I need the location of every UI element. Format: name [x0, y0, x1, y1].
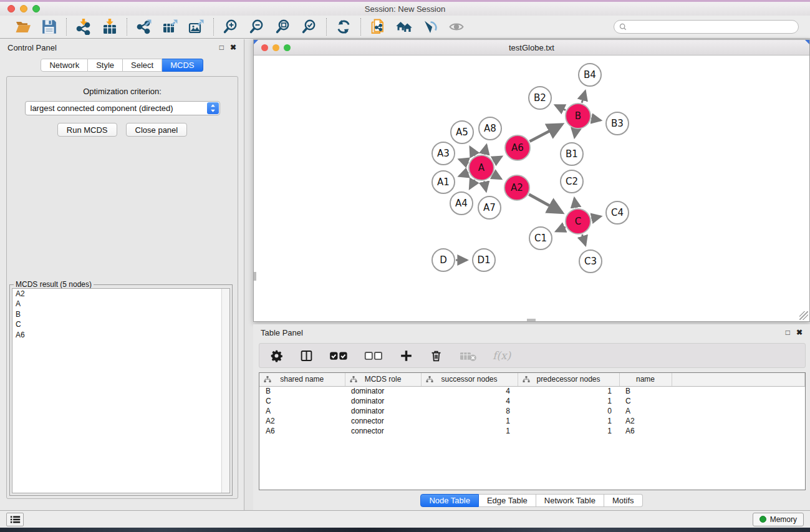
- table-cell[interactable]: dominator: [345, 406, 421, 416]
- deselect-all-rows-icon[interactable]: [364, 348, 383, 363]
- mcds-result-item[interactable]: C: [12, 320, 229, 331]
- graph-edge-B-B3[interactable]: [592, 118, 601, 120]
- column-header-successor-nodes[interactable]: successor nodes: [421, 373, 518, 386]
- table-cell[interactable]: A6: [259, 426, 345, 436]
- table-cell[interactable]: 1: [518, 386, 619, 396]
- zoom-in-icon[interactable]: [222, 18, 239, 36]
- table-cell[interactable]: 1: [518, 396, 619, 406]
- graph-edge-A-A3[interactable]: [459, 160, 468, 163]
- tab-style[interactable]: Style: [88, 59, 123, 72]
- graph-node-A4[interactable]: A4: [450, 191, 473, 215]
- mcds-result-item[interactable]: A: [12, 299, 229, 310]
- import-table-icon[interactable]: [101, 18, 118, 36]
- table-cell[interactable]: 0: [518, 406, 619, 416]
- graph-edge-B-B1[interactable]: [574, 130, 576, 138]
- graph-edge-A-A2[interactable]: [493, 175, 501, 179]
- mcds-result-item[interactable]: B: [12, 309, 229, 320]
- graph-node-B2[interactable]: B2: [528, 86, 552, 110]
- table-cell[interactable]: dominator: [345, 386, 421, 396]
- criterion-select[interactable]: largest connected component (directed): [25, 101, 220, 115]
- table-cell[interactable]: A: [619, 406, 672, 416]
- zoom-out-icon[interactable]: [248, 18, 266, 36]
- tab-network-table[interactable]: Network Table: [536, 494, 604, 507]
- tab-node-table[interactable]: Node Table: [420, 494, 479, 507]
- tab-edge-table[interactable]: Edge Table: [479, 494, 536, 507]
- graph-node-C2[interactable]: C2: [560, 170, 584, 193]
- graph-node-A5[interactable]: A5: [450, 120, 474, 144]
- table-cell[interactable]: 4: [421, 396, 518, 406]
- table-cell[interactable]: 1: [421, 426, 518, 436]
- graph-node-A3[interactable]: A3: [432, 142, 455, 165]
- graph-edge-B-B4[interactable]: [582, 91, 585, 103]
- graph-edge-A2-C[interactable]: [529, 195, 562, 213]
- zoom-selected-icon[interactable]: [301, 18, 318, 36]
- graph-node-D[interactable]: D: [432, 248, 455, 272]
- result-scrollbar[interactable]: [221, 289, 229, 493]
- table-cell[interactable]: B: [259, 386, 345, 396]
- export-image-icon[interactable]: [188, 18, 205, 36]
- home-layout-icon[interactable]: [395, 18, 413, 36]
- column-header-predecessor-nodes[interactable]: predecessor nodes: [518, 373, 619, 386]
- table-row[interactable]: A6connector11A6: [259, 426, 805, 436]
- tab-network[interactable]: Network: [41, 59, 88, 72]
- graph-node-A7[interactable]: A7: [478, 196, 501, 220]
- mcds-result-list[interactable]: A2ABCA6: [12, 288, 230, 493]
- graph-node-B1[interactable]: B1: [560, 142, 584, 166]
- export-table-icon[interactable]: [162, 18, 179, 36]
- zoom-fit-icon[interactable]: [274, 18, 292, 36]
- graph-node-C1[interactable]: C1: [529, 226, 552, 250]
- open-file-icon[interactable]: [14, 18, 32, 36]
- graph-edge-A-A6[interactable]: [493, 157, 501, 161]
- graph-edge-A-A5[interactable]: [470, 147, 475, 156]
- graph-node-C3[interactable]: C3: [579, 249, 602, 273]
- table-cell[interactable]: A6: [619, 426, 672, 436]
- table-cell[interactable]: connector: [345, 426, 421, 436]
- save-session-icon[interactable]: [41, 18, 58, 36]
- table-row[interactable]: Adominator80A: [259, 406, 805, 416]
- mcds-result-item[interactable]: A2: [12, 289, 229, 299]
- table-row[interactable]: A2connector11A2: [259, 416, 805, 426]
- graph-node-A1[interactable]: A1: [432, 170, 455, 194]
- table-row[interactable]: Bdominator41B: [259, 386, 805, 396]
- column-header-MCDS-role[interactable]: MCDS role: [345, 373, 421, 386]
- graph-node-C[interactable]: C: [565, 208, 591, 235]
- graph-edge-A-A4[interactable]: [470, 180, 475, 188]
- show-graphics-details-icon[interactable]: [422, 18, 439, 36]
- table-cell[interactable]: connector: [345, 416, 421, 426]
- column-header-name[interactable]: name: [619, 373, 672, 386]
- table-cell[interactable]: A2: [619, 416, 672, 426]
- column-visibility-icon[interactable]: [299, 348, 313, 363]
- close-panel-button[interactable]: Close panel: [126, 123, 188, 137]
- graph-edge-A-A7[interactable]: [484, 181, 486, 191]
- graph-node-B[interactable]: B: [565, 103, 591, 129]
- mcds-result-item[interactable]: A6: [12, 330, 229, 341]
- table-cell[interactable]: 4: [421, 386, 518, 396]
- graph-edge-B-B2[interactable]: [555, 105, 566, 110]
- graph-node-C4[interactable]: C4: [605, 201, 629, 225]
- memory-button[interactable]: Memory: [753, 513, 804, 526]
- graph-node-B4[interactable]: B4: [578, 63, 602, 87]
- graph-edge-A6-B[interactable]: [529, 124, 562, 141]
- graph-node-A8[interactable]: A8: [478, 117, 502, 140]
- table-float-panel-icon[interactable]: □: [786, 329, 790, 336]
- import-network-icon[interactable]: [75, 18, 92, 36]
- graph-node-B3[interactable]: B3: [605, 112, 629, 135]
- graph-edge-C-C2[interactable]: [574, 198, 576, 208]
- task-history-button[interactable]: [6, 513, 24, 526]
- graph-edge-A-A8[interactable]: [485, 145, 486, 154]
- graph-node-A[interactable]: A: [468, 155, 494, 181]
- tab-mcds[interactable]: MCDS: [162, 59, 203, 72]
- tab-motifs[interactable]: Motifs: [604, 494, 643, 507]
- table-cell[interactable]: 1: [518, 426, 619, 436]
- add-column-icon[interactable]: [400, 348, 413, 363]
- table-cell[interactable]: B: [619, 386, 672, 396]
- column-header-shared-name[interactable]: shared name: [259, 373, 345, 386]
- select-all-rows-icon[interactable]: [329, 348, 348, 363]
- graph-node-A2[interactable]: A2: [504, 175, 530, 201]
- network-canvas[interactable]: B4B2BB3A8A5A6A3B1AA1C2A2A4A7C4CC1C3DD1: [254, 56, 809, 321]
- close-panel-icon[interactable]: ✖: [230, 44, 236, 51]
- table-cell[interactable]: C: [619, 396, 672, 406]
- graph-edge-C-C1[interactable]: [556, 227, 566, 231]
- table-cell[interactable]: 1: [421, 416, 518, 426]
- table-close-panel-icon[interactable]: ✖: [796, 329, 803, 336]
